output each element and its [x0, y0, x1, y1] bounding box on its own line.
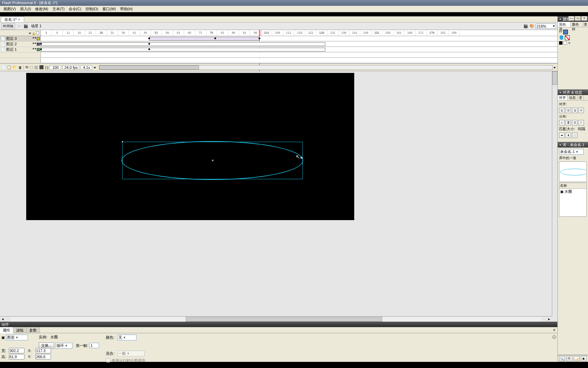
- scroll-left-button[interactable]: ◂: [0, 317, 5, 321]
- menu-help[interactable]: 帮助(H): [118, 6, 135, 12]
- layer-row[interactable]: 📄图层 3: [0, 36, 41, 41]
- center-frame-button[interactable]: ⟲: [25, 65, 28, 70]
- document-tab[interactable]: 命名-1* ×: [1, 16, 24, 22]
- match-both-button[interactable]: ⬜: [572, 133, 577, 138]
- lock-icon[interactable]: [32, 31, 35, 35]
- menu-modify[interactable]: 修改(M): [33, 6, 50, 12]
- help-icon[interactable]: ⓘ: [552, 335, 556, 340]
- cache-bitmap-checkbox[interactable]: [106, 358, 110, 363]
- vertical-scrollbar[interactable]: [552, 71, 557, 316]
- add-layer-button[interactable]: 📄: [1, 65, 6, 70]
- menu-commands[interactable]: 命令(C): [67, 6, 83, 12]
- height-input[interactable]: [9, 354, 24, 359]
- dist-left-button[interactable]: ⫴: [578, 120, 584, 125]
- instance-type-dropdown[interactable]: 图形: [6, 335, 28, 340]
- stroke-color-swatch[interactable]: [563, 30, 568, 34]
- zoom-dropdown[interactable]: 216%▾: [536, 24, 556, 29]
- edit-multi-button[interactable]: ⬛: [39, 65, 44, 70]
- library-item[interactable]: ▣ 水圈: [559, 189, 586, 195]
- menu-window[interactable]: 窗口(W): [100, 6, 118, 12]
- add-folder-button[interactable]: 📁: [12, 65, 17, 70]
- dist-top-button[interactable]: ≡: [559, 120, 565, 125]
- timeline-scrollbar[interactable]: [99, 65, 553, 70]
- add-guide-button[interactable]: 📋: [7, 65, 12, 70]
- close-button[interactable]: ×: [581, 16, 587, 21]
- first-frame-input[interactable]: [89, 343, 99, 348]
- swap-button[interactable]: 交换...: [39, 342, 54, 349]
- frames-track[interactable]: [41, 36, 557, 41]
- transform-handle[interactable]: [122, 141, 123, 142]
- timeline-toggle[interactable]: 时间轴: [1, 23, 15, 29]
- pencil-icon[interactable]: ✏: [559, 30, 562, 34]
- swap-colors-button[interactable]: ⤭: [568, 41, 571, 45]
- tab-transform[interactable]: 变: [577, 95, 584, 100]
- default-colors-button[interactable]: [559, 41, 562, 45]
- maximize-button[interactable]: ▭: [575, 16, 581, 21]
- match-width-button[interactable]: ⬌: [559, 133, 565, 138]
- zoom-icon[interactable]: 🔍: [559, 356, 565, 362]
- match-height-button[interactable]: ⬍: [566, 133, 571, 138]
- scene-bar: 时间轴 ⇦ 🎬 场景 1 🎬 🎨 216%▾: [0, 22, 557, 30]
- dist-vcenter-button[interactable]: ≣: [566, 120, 571, 125]
- fill-color-swatch[interactable]: [565, 35, 570, 40]
- loop-dropdown[interactable]: 循环: [55, 343, 72, 349]
- edit-scene-icon[interactable]: 🎬: [523, 24, 528, 28]
- tab-align[interactable]: 对齐: [558, 95, 568, 100]
- stage-canvas[interactable]: ↖✥: [26, 73, 354, 220]
- moon-icon[interactable]: 🌙: [574, 356, 579, 362]
- menu-control[interactable]: 控制(O): [83, 6, 100, 12]
- center-point[interactable]: [212, 160, 213, 161]
- menu-view[interactable]: 视图(V): [1, 6, 18, 12]
- tab-params[interactable]: 参数: [27, 327, 40, 333]
- dist-bottom-button[interactable]: ☰: [572, 120, 577, 125]
- tab-properties[interactable]: 属性: [0, 327, 13, 333]
- align-panel-title[interactable]: 对齐 & 信息: [558, 90, 588, 95]
- onion-outline-button[interactable]: ◫: [34, 65, 38, 70]
- color-mode-dropdown[interactable]: 无: [117, 335, 136, 340]
- document-tab-bar: 命名-1* × — ▭ ×: [0, 16, 557, 22]
- close-icon[interactable]: ×: [18, 17, 20, 21]
- blend-mode-dropdown[interactable]: 一般: [117, 351, 145, 356]
- back-button[interactable]: ⇦: [18, 24, 21, 28]
- onion-skin-button[interactable]: ⬚: [30, 65, 33, 70]
- minimize-button[interactable]: —: [568, 16, 574, 21]
- library-doc-dropdown[interactable]: 未命名-1: [559, 149, 584, 155]
- outline-icon[interactable]: [36, 31, 39, 34]
- tab-info[interactable]: 信息: [568, 95, 577, 100]
- library-list[interactable]: 名称 ▣ 水圈: [559, 183, 587, 217]
- menu-text[interactable]: 文本(T): [50, 6, 67, 12]
- window-controls: — ▭ ×: [568, 16, 587, 21]
- scroll-right-button[interactable]: ▸: [546, 317, 552, 321]
- scene-label[interactable]: 场景 1: [31, 24, 42, 29]
- onion-markers-button[interactable]: [·]: [45, 65, 48, 70]
- horizontal-scrollbar[interactable]: ◂ ▸: [0, 316, 552, 322]
- app-title: Flash Professional 8 - [未命名-1*]: [2, 0, 58, 5]
- width-input[interactable]: [9, 348, 24, 353]
- frames-track[interactable]: [41, 47, 557, 52]
- actions-panel-title[interactable]: 动作: [0, 322, 557, 327]
- menu-insert[interactable]: 插入(I): [18, 6, 33, 12]
- tab-mixer[interactable]: 混色器: [558, 22, 571, 27]
- layer-row[interactable]: 📄图层 1: [0, 47, 41, 52]
- align-hcenter-button[interactable]: ⊟: [566, 108, 571, 113]
- scroll-left-button[interactable]: ◂: [94, 65, 96, 70]
- center-icon[interactable]: 中: [566, 356, 572, 362]
- star-icon[interactable]: ✱: [581, 356, 587, 362]
- tab-swatches[interactable]: 颜色样: [571, 22, 584, 27]
- panel-options-icon[interactable]: ≡: [551, 327, 557, 333]
- library-panel-title[interactable]: 库 - 未命名-1: [558, 142, 588, 148]
- frames-track[interactable]: [41, 42, 557, 47]
- scroll-right-button[interactable]: ▸: [554, 65, 556, 70]
- stage-area[interactable]: ↖✥ ◂ ▸: [0, 71, 557, 322]
- frame-ruler[interactable]: 1611162126313641465156616671768186919610…: [41, 30, 557, 36]
- layer-row[interactable]: 📄图层 2: [0, 42, 41, 47]
- visibility-icon[interactable]: [29, 31, 31, 35]
- align-right-button[interactable]: ⊐: [572, 108, 577, 113]
- tab-filters[interactable]: 滤镜: [13, 327, 27, 333]
- delete-layer-button[interactable]: 🗑: [18, 65, 22, 70]
- no-color-button[interactable]: [564, 41, 567, 45]
- bucket-icon[interactable]: 🪣: [559, 35, 564, 40]
- align-top-button[interactable]: ⊓: [578, 108, 584, 113]
- edit-symbol-icon[interactable]: 🎨: [529, 24, 534, 28]
- align-left-button[interactable]: ⊏: [559, 108, 565, 113]
